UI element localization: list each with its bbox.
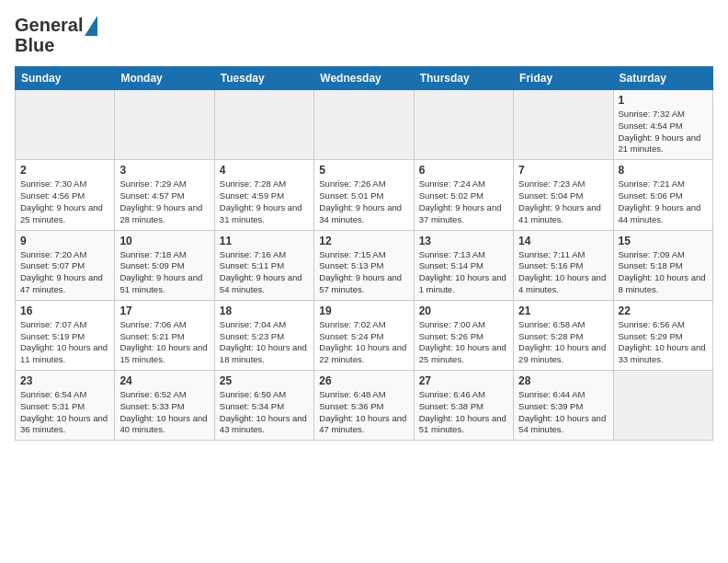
calendar-cell [115,90,214,160]
day-number: 7 [518,164,608,177]
day-header-wednesday: Wednesday [314,67,414,90]
calendar-cell: 13Sunrise: 7:13 AM Sunset: 5:14 PM Dayli… [414,230,513,300]
day-info: Sunrise: 6:54 AM Sunset: 5:31 PM Dayligh… [20,389,109,436]
day-info: Sunrise: 6:50 AM Sunset: 5:34 PM Dayligh… [220,389,309,436]
calendar-cell [314,90,414,160]
day-number: 9 [20,235,109,247]
day-number: 10 [119,235,209,247]
day-header-friday: Friday [514,67,613,90]
calendar-cell: 18Sunrise: 7:04 AM Sunset: 5:23 PM Dayli… [214,300,313,370]
calendar-header-row: SundayMondayTuesdayWednesdayThursdayFrid… [16,67,713,90]
calendar-cell: 5Sunrise: 7:26 AM Sunset: 5:01 PM Daylig… [314,160,414,230]
day-info: Sunrise: 6:44 AM Sunset: 5:39 PM Dayligh… [518,389,608,436]
day-number: 12 [319,235,408,247]
calendar-table: SundayMondayTuesdayWednesdayThursdayFrid… [15,66,713,441]
calendar-cell: 25Sunrise: 6:50 AM Sunset: 5:34 PM Dayli… [214,371,313,441]
calendar-cell: 17Sunrise: 7:06 AM Sunset: 5:21 PM Dayli… [115,300,214,370]
logo-triangle-icon [85,16,97,36]
day-header-sunday: Sunday [16,67,115,90]
day-number: 1 [619,94,708,107]
day-number: 20 [419,304,508,317]
day-info: Sunrise: 6:52 AM Sunset: 5:33 PM Dayligh… [119,389,209,436]
calendar-cell: 2Sunrise: 7:30 AM Sunset: 4:56 PM Daylig… [16,160,115,230]
day-info: Sunrise: 7:15 AM Sunset: 5:13 PM Dayligh… [319,249,408,296]
day-info: Sunrise: 7:24 AM Sunset: 5:02 PM Dayligh… [419,178,508,225]
day-header-saturday: Saturday [613,67,712,90]
day-number: 19 [319,304,408,317]
calendar-week-row: 23Sunrise: 6:54 AM Sunset: 5:31 PM Dayli… [16,371,713,441]
day-info: Sunrise: 7:07 AM Sunset: 5:19 PM Dayligh… [20,319,109,366]
day-info: Sunrise: 7:26 AM Sunset: 5:01 PM Dayligh… [319,178,408,225]
day-info: Sunrise: 6:56 AM Sunset: 5:29 PM Dayligh… [619,319,708,366]
calendar-week-row: 16Sunrise: 7:07 AM Sunset: 5:19 PM Dayli… [16,300,713,370]
calendar-cell: 7Sunrise: 7:23 AM Sunset: 5:04 PM Daylig… [514,160,613,230]
calendar-cell: 27Sunrise: 6:46 AM Sunset: 5:38 PM Dayli… [414,371,513,441]
day-info: Sunrise: 6:58 AM Sunset: 5:28 PM Dayligh… [518,319,608,366]
calendar-cell: 10Sunrise: 7:18 AM Sunset: 5:09 PM Dayli… [115,230,214,300]
calendar-cell: 26Sunrise: 6:48 AM Sunset: 5:36 PM Dayli… [314,371,414,441]
day-number: 18 [220,304,309,317]
calendar-week-row: 2Sunrise: 7:30 AM Sunset: 4:56 PM Daylig… [16,160,713,230]
day-info: Sunrise: 7:09 AM Sunset: 5:18 PM Dayligh… [619,249,708,296]
day-number: 27 [419,374,508,387]
day-number: 4 [220,164,309,177]
calendar-cell: 28Sunrise: 6:44 AM Sunset: 5:39 PM Dayli… [514,371,613,441]
day-info: Sunrise: 6:48 AM Sunset: 5:36 PM Dayligh… [319,389,408,436]
day-info: Sunrise: 7:00 AM Sunset: 5:26 PM Dayligh… [419,319,508,366]
logo-text-blue: Blue [15,35,54,55]
day-number: 16 [20,304,109,317]
day-header-thursday: Thursday [414,67,513,90]
day-info: Sunrise: 7:21 AM Sunset: 5:06 PM Dayligh… [619,178,708,225]
day-info: Sunrise: 7:20 AM Sunset: 5:07 PM Dayligh… [20,249,109,296]
day-number: 15 [619,235,708,247]
calendar-cell [613,371,712,441]
calendar-cell: 20Sunrise: 7:00 AM Sunset: 5:26 PM Dayli… [414,300,513,370]
day-info: Sunrise: 7:28 AM Sunset: 4:59 PM Dayligh… [220,178,309,225]
calendar-cell: 1Sunrise: 7:32 AM Sunset: 4:54 PM Daylig… [613,90,712,160]
day-number: 6 [419,164,508,177]
calendar-cell: 16Sunrise: 7:07 AM Sunset: 5:19 PM Dayli… [16,300,115,370]
day-info: Sunrise: 7:16 AM Sunset: 5:11 PM Dayligh… [220,249,309,296]
logo: General Blue [15,15,97,55]
day-info: Sunrise: 7:30 AM Sunset: 4:56 PM Dayligh… [20,178,109,225]
day-number: 14 [518,235,608,247]
calendar-cell: 24Sunrise: 6:52 AM Sunset: 5:33 PM Dayli… [115,371,214,441]
calendar-cell: 8Sunrise: 7:21 AM Sunset: 5:06 PM Daylig… [613,160,712,230]
day-number: 22 [619,304,708,317]
day-info: Sunrise: 7:02 AM Sunset: 5:24 PM Dayligh… [319,319,408,366]
day-number: 2 [20,164,109,177]
page-header: General Blue [15,15,713,55]
day-number: 13 [419,235,508,247]
day-info: Sunrise: 7:11 AM Sunset: 5:16 PM Dayligh… [518,249,608,296]
calendar-cell: 6Sunrise: 7:24 AM Sunset: 5:02 PM Daylig… [414,160,513,230]
day-number: 28 [518,374,608,387]
calendar-cell: 9Sunrise: 7:20 AM Sunset: 5:07 PM Daylig… [16,230,115,300]
calendar-cell: 14Sunrise: 7:11 AM Sunset: 5:16 PM Dayli… [514,230,613,300]
calendar-cell [514,90,613,160]
day-info: Sunrise: 7:32 AM Sunset: 4:54 PM Dayligh… [619,109,708,155]
calendar-cell: 3Sunrise: 7:29 AM Sunset: 4:57 PM Daylig… [115,160,214,230]
day-number: 8 [619,164,708,177]
day-number: 17 [119,304,209,317]
day-header-tuesday: Tuesday [214,67,313,90]
calendar-cell: 15Sunrise: 7:09 AM Sunset: 5:18 PM Dayli… [613,230,712,300]
calendar-week-row: 1Sunrise: 7:32 AM Sunset: 4:54 PM Daylig… [16,90,713,160]
day-number: 24 [119,374,209,387]
calendar-cell: 23Sunrise: 6:54 AM Sunset: 5:31 PM Dayli… [16,371,115,441]
calendar-cell: 21Sunrise: 6:58 AM Sunset: 5:28 PM Dayli… [514,300,613,370]
logo-text-general: General [15,15,83,35]
day-number: 3 [119,164,209,177]
calendar-cell [16,90,115,160]
calendar-cell [414,90,513,160]
calendar-cell: 12Sunrise: 7:15 AM Sunset: 5:13 PM Dayli… [314,230,414,300]
day-info: Sunrise: 7:04 AM Sunset: 5:23 PM Dayligh… [220,319,309,366]
day-info: Sunrise: 7:18 AM Sunset: 5:09 PM Dayligh… [119,249,209,296]
calendar-cell: 11Sunrise: 7:16 AM Sunset: 5:11 PM Dayli… [214,230,313,300]
day-info: Sunrise: 7:06 AM Sunset: 5:21 PM Dayligh… [119,319,209,366]
day-number: 25 [220,374,309,387]
day-number: 11 [220,235,309,247]
day-number: 23 [20,374,109,387]
calendar-cell: 4Sunrise: 7:28 AM Sunset: 4:59 PM Daylig… [214,160,313,230]
calendar-cell: 22Sunrise: 6:56 AM Sunset: 5:29 PM Dayli… [613,300,712,370]
day-number: 5 [319,164,408,177]
